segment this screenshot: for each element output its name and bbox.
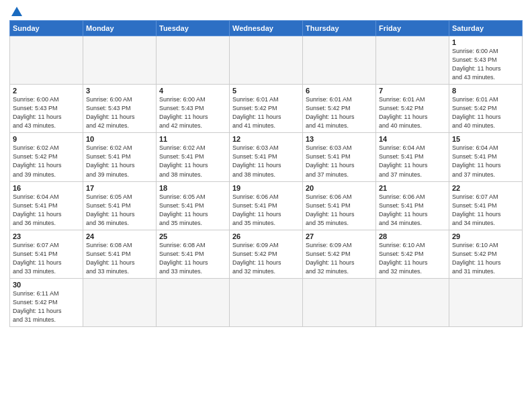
day-number: 10 [86, 135, 153, 143]
calendar-cell: 23Sunrise: 6:07 AM Sunset: 5:41 PM Dayli… [10, 230, 83, 278]
day-info: Sunrise: 6:09 AM Sunset: 5:42 PM Dayligh… [306, 241, 373, 276]
calendar-row-5: 23Sunrise: 6:07 AM Sunset: 5:41 PM Dayli… [10, 230, 523, 278]
calendar-cell: 25Sunrise: 6:08 AM Sunset: 5:41 PM Dayli… [157, 230, 230, 278]
calendar-cell: 3Sunrise: 6:00 AM Sunset: 5:43 PM Daylig… [83, 85, 157, 133]
calendar-cell [376, 278, 449, 326]
day-number: 5 [232, 87, 300, 95]
calendar-cell [10, 36, 83, 85]
calendar-cell [376, 36, 449, 85]
calendar-cell: 29Sunrise: 6:10 AM Sunset: 5:42 PM Dayli… [449, 230, 523, 278]
calendar-cell: 6Sunrise: 6:01 AM Sunset: 5:42 PM Daylig… [303, 85, 376, 133]
weekday-header-wednesday: Wednesday [230, 21, 303, 36]
calendar-cell: 11Sunrise: 6:02 AM Sunset: 5:41 PM Dayli… [157, 133, 230, 181]
weekday-header-row: SundayMondayTuesdayWednesdayThursdayFrid… [10, 21, 523, 36]
day-number: 26 [232, 232, 300, 240]
weekday-header-thursday: Thursday [303, 21, 376, 36]
day-info: Sunrise: 6:02 AM Sunset: 5:42 PM Dayligh… [13, 144, 80, 179]
day-number: 12 [232, 135, 300, 143]
header [9, 7, 523, 16]
day-number: 4 [159, 87, 226, 95]
day-info: Sunrise: 6:04 AM Sunset: 5:41 PM Dayligh… [452, 144, 519, 179]
day-info: Sunrise: 6:01 AM Sunset: 5:42 PM Dayligh… [306, 95, 373, 130]
calendar-cell [303, 278, 376, 326]
calendar-cell: 5Sunrise: 6:01 AM Sunset: 5:42 PM Daylig… [230, 85, 303, 133]
calendar-row-1: 1Sunrise: 6:00 AM Sunset: 5:43 PM Daylig… [10, 36, 523, 85]
calendar-row-6: 30Sunrise: 6:11 AM Sunset: 5:42 PM Dayli… [10, 278, 523, 326]
logo [9, 7, 24, 16]
day-number: 18 [159, 184, 226, 192]
calendar-cell: 8Sunrise: 6:01 AM Sunset: 5:42 PM Daylig… [449, 85, 523, 133]
calendar-cell: 21Sunrise: 6:06 AM Sunset: 5:41 PM Dayli… [376, 181, 449, 230]
calendar-cell: 14Sunrise: 6:04 AM Sunset: 5:41 PM Dayli… [376, 133, 449, 181]
day-number: 8 [452, 87, 519, 95]
day-number: 23 [13, 232, 80, 240]
day-number: 20 [306, 184, 373, 192]
day-info: Sunrise: 6:00 AM Sunset: 5:43 PM Dayligh… [13, 95, 80, 130]
calendar-row-4: 16Sunrise: 6:04 AM Sunset: 5:41 PM Dayli… [10, 181, 523, 230]
calendar-cell [449, 278, 523, 326]
day-number: 15 [452, 135, 519, 143]
day-number: 1 [452, 38, 519, 46]
day-info: Sunrise: 6:00 AM Sunset: 5:43 PM Dayligh… [452, 47, 519, 82]
day-number: 6 [306, 87, 373, 95]
calendar-cell [157, 36, 230, 85]
weekday-header-monday: Monday [83, 21, 157, 36]
day-info: Sunrise: 6:05 AM Sunset: 5:41 PM Dayligh… [86, 193, 153, 228]
calendar-cell: 1Sunrise: 6:00 AM Sunset: 5:43 PM Daylig… [449, 36, 523, 85]
day-number: 27 [306, 232, 373, 240]
day-number: 11 [159, 135, 226, 143]
day-info: Sunrise: 6:02 AM Sunset: 5:41 PM Dayligh… [86, 144, 153, 179]
day-info: Sunrise: 6:02 AM Sunset: 5:41 PM Dayligh… [159, 144, 226, 179]
calendar-cell: 13Sunrise: 6:03 AM Sunset: 5:41 PM Dayli… [303, 133, 376, 181]
calendar-cell [230, 278, 303, 326]
day-number: 21 [379, 184, 446, 192]
calendar-cell [303, 36, 376, 85]
day-info: Sunrise: 6:04 AM Sunset: 5:41 PM Dayligh… [13, 193, 80, 228]
page: SundayMondayTuesdayWednesdayThursdayFrid… [0, 0, 532, 411]
calendar-cell: 28Sunrise: 6:10 AM Sunset: 5:42 PM Dayli… [376, 230, 449, 278]
calendar-cell: 2Sunrise: 6:00 AM Sunset: 5:43 PM Daylig… [10, 85, 83, 133]
day-number: 16 [13, 184, 80, 192]
day-info: Sunrise: 6:09 AM Sunset: 5:42 PM Dayligh… [232, 241, 300, 276]
day-number: 17 [86, 184, 153, 192]
calendar-cell: 16Sunrise: 6:04 AM Sunset: 5:41 PM Dayli… [10, 181, 83, 230]
weekday-header-sunday: Sunday [10, 21, 83, 36]
day-info: Sunrise: 6:07 AM Sunset: 5:41 PM Dayligh… [452, 193, 519, 228]
day-info: Sunrise: 6:06 AM Sunset: 5:41 PM Dayligh… [232, 193, 300, 228]
day-info: Sunrise: 6:08 AM Sunset: 5:41 PM Dayligh… [86, 241, 153, 276]
day-info: Sunrise: 6:01 AM Sunset: 5:42 PM Dayligh… [452, 95, 519, 130]
calendar-cell: 26Sunrise: 6:09 AM Sunset: 5:42 PM Dayli… [230, 230, 303, 278]
day-number: 14 [379, 135, 446, 143]
day-number: 13 [306, 135, 373, 143]
day-number: 24 [86, 232, 153, 240]
day-info: Sunrise: 6:00 AM Sunset: 5:43 PM Dayligh… [86, 95, 153, 130]
calendar-cell: 18Sunrise: 6:05 AM Sunset: 5:41 PM Dayli… [157, 181, 230, 230]
day-number: 29 [452, 232, 519, 240]
day-info: Sunrise: 6:07 AM Sunset: 5:41 PM Dayligh… [13, 241, 80, 276]
calendar-cell: 10Sunrise: 6:02 AM Sunset: 5:41 PM Dayli… [83, 133, 157, 181]
calendar-cell: 17Sunrise: 6:05 AM Sunset: 5:41 PM Dayli… [83, 181, 157, 230]
weekday-header-friday: Friday [376, 21, 449, 36]
day-number: 9 [13, 135, 80, 143]
calendar-cell: 30Sunrise: 6:11 AM Sunset: 5:42 PM Dayli… [10, 278, 83, 326]
calendar-cell: 4Sunrise: 6:00 AM Sunset: 5:43 PM Daylig… [157, 85, 230, 133]
logo-area [9, 7, 24, 16]
calendar-cell [83, 36, 157, 85]
day-info: Sunrise: 6:01 AM Sunset: 5:42 PM Dayligh… [232, 95, 300, 130]
day-number: 2 [13, 87, 80, 95]
calendar-cell: 7Sunrise: 6:01 AM Sunset: 5:42 PM Daylig… [376, 85, 449, 133]
day-number: 7 [379, 87, 446, 95]
day-info: Sunrise: 6:10 AM Sunset: 5:42 PM Dayligh… [452, 241, 519, 276]
calendar-cell: 27Sunrise: 6:09 AM Sunset: 5:42 PM Dayli… [303, 230, 376, 278]
day-info: Sunrise: 6:03 AM Sunset: 5:41 PM Dayligh… [306, 144, 373, 179]
calendar: SundayMondayTuesdayWednesdayThursdayFrid… [9, 20, 523, 327]
day-number: 25 [159, 232, 226, 240]
day-number: 30 [13, 281, 80, 289]
day-info: Sunrise: 6:01 AM Sunset: 5:42 PM Dayligh… [379, 95, 446, 130]
calendar-cell [230, 36, 303, 85]
calendar-cell: 15Sunrise: 6:04 AM Sunset: 5:41 PM Dayli… [449, 133, 523, 181]
calendar-cell: 22Sunrise: 6:07 AM Sunset: 5:41 PM Dayli… [449, 181, 523, 230]
calendar-cell: 12Sunrise: 6:03 AM Sunset: 5:41 PM Dayli… [230, 133, 303, 181]
calendar-cell: 19Sunrise: 6:06 AM Sunset: 5:41 PM Dayli… [230, 181, 303, 230]
day-info: Sunrise: 6:08 AM Sunset: 5:41 PM Dayligh… [159, 241, 226, 276]
